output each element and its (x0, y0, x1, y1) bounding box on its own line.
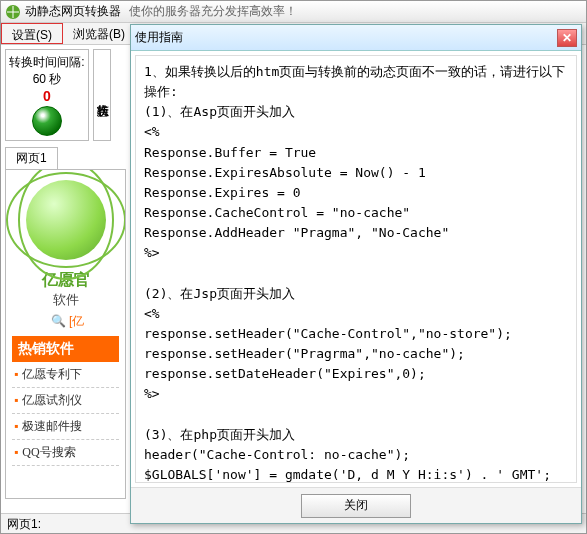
status-text: 网页1: (7, 517, 41, 531)
app-title: 动静态网页转换器 (25, 3, 121, 20)
list-item[interactable]: ▪亿愿专利下 (12, 362, 119, 388)
bullet-icon: ▪ (14, 367, 18, 382)
timer-label: 转换时间间隔: (9, 54, 84, 71)
soccer-ball-icon (32, 106, 62, 136)
globe-icon (26, 180, 106, 260)
list-item[interactable]: ▪QQ号搜索 (12, 440, 119, 466)
close-icon[interactable]: ✕ (557, 29, 577, 47)
slogan-text: 软件 (6, 291, 125, 309)
dialog-title: 使用指南 (135, 29, 183, 46)
menu-browser[interactable]: 浏览器(B) (63, 23, 135, 44)
webpage-tabs: 网页1 亿愿官 软件 🔍 [亿 热销软件 ▪亿愿专利下 ▪亿愿试剂仪 ▪极速邮件… (5, 147, 126, 499)
app-icon (5, 4, 21, 20)
list-item[interactable]: ▪极速邮件搜 (12, 414, 119, 440)
timer-seconds: 60 秒 (33, 71, 62, 88)
left-column: 转换时间间隔: 60 秒 0 转换状态 网页1 亿愿官 软件 🔍 [亿 热销软件… (1, 45, 131, 513)
bullet-icon: ▪ (14, 419, 18, 434)
hot-software-heading: 热销软件 (12, 336, 119, 362)
main-titlebar: 动静态网页转换器 使你的服务器充分发挥高效率！ (1, 1, 586, 23)
search-line[interactable]: 🔍 [亿 (6, 313, 125, 330)
dialog-footer: 关闭 (131, 487, 581, 523)
timer-panel: 转换时间间隔: 60 秒 0 (5, 49, 89, 141)
dialog-body[interactable]: 1、如果转换以后的htm页面与转换前的动态页面不一致的话，请进行以下操作: (1… (135, 55, 577, 483)
tab-body: 亿愿官 软件 🔍 [亿 热销软件 ▪亿愿专利下 ▪亿愿试剂仪 ▪极速邮件搜 ▪Q… (5, 169, 126, 499)
hot-software-box: 热销软件 ▪亿愿专利下 ▪亿愿试剂仪 ▪极速邮件搜 ▪QQ号搜索 (12, 336, 119, 466)
timer-count: 0 (43, 88, 51, 104)
menu-settings[interactable]: 设置(S) (1, 23, 63, 44)
dialog-titlebar[interactable]: 使用指南 ✕ (131, 25, 581, 51)
bullet-icon: ▪ (14, 445, 18, 460)
list-item[interactable]: ▪亿愿试剂仪 (12, 388, 119, 414)
status-vertical-label: 转换状态 (93, 49, 111, 141)
close-button[interactable]: 关闭 (301, 494, 411, 518)
app-subtitle: 使你的服务器充分发挥高效率！ (129, 3, 297, 20)
guide-dialog: 使用指南 ✕ 1、如果转换以后的htm页面与转换前的动态页面不一致的话，请进行以… (130, 24, 582, 524)
bullet-icon: ▪ (14, 393, 18, 408)
tab-page1[interactable]: 网页1 (5, 147, 58, 169)
